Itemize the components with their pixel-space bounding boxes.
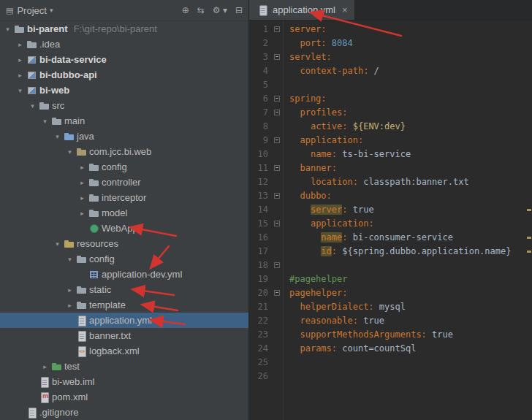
chevron-right-icon[interactable]: ▸ [77, 164, 87, 171]
fold-marker-icon[interactable] [271, 259, 283, 272]
tree-row-gitignore[interactable]: .gitignore [0, 405, 248, 420]
code-line-23[interactable]: 23 supportMethodsArguments: true [249, 328, 532, 342]
code-line-26[interactable]: 26 [249, 370, 532, 383]
chevron-down-icon[interactable]: ▾ [65, 256, 75, 263]
chevron-right-icon[interactable]: ▸ [77, 210, 87, 217]
tab-label: application.yml [273, 4, 335, 15]
code-line-4[interactable]: 4 context-path: / [249, 64, 532, 78]
tree-row-pom-xml[interactable]: pom.xml [0, 389, 248, 405]
tree-row-config[interactable]: ▾config [0, 251, 248, 267]
fold-marker-icon[interactable] [271, 134, 283, 148]
tree-label: src [52, 100, 64, 111]
code-lines: 1server:2 port: 80843servlet:4 context-p… [249, 20, 532, 420]
tab-application-yml[interactable]: application.yml × [249, 0, 355, 20]
code-line-6[interactable]: 6spring: [249, 92, 532, 106]
chevron-right-icon[interactable]: ▸ [77, 179, 87, 186]
code-line-24[interactable]: 24 params: count=countSql [249, 342, 532, 356]
tree-label: interceptor [102, 192, 146, 203]
tree-row-bi-data-service[interactable]: ▸bi-data-service [0, 52, 248, 67]
code-line-12[interactable]: 12 location: classpath:banner.txt [249, 175, 532, 189]
chevron-down-icon[interactable]: ▾ [53, 133, 62, 140]
resfolder-icon [64, 238, 75, 250]
chevron-right-icon[interactable]: ▸ [40, 363, 50, 370]
code-line-21[interactable]: 21 helperDialect: mysql [249, 300, 532, 314]
tree-row-controller[interactable]: ▸controller [0, 175, 248, 190]
chevron-right-icon[interactable]: ▸ [15, 72, 25, 79]
tree-row-java[interactable]: ▾java [0, 129, 248, 144]
locate-file-icon[interactable]: ⊕ [182, 5, 189, 15]
fold-marker-icon[interactable] [271, 189, 283, 203]
chevron-down-icon[interactable]: ▾ [50, 7, 53, 14]
line-number: 9 [249, 134, 271, 148]
tree-row-model[interactable]: ▸model [0, 205, 248, 221]
project-title[interactable]: Project [17, 5, 46, 16]
code-line-2[interactable]: 2 port: 8084 [249, 37, 532, 50]
txt-icon [76, 330, 88, 342]
code-line-13[interactable]: 13 dubbo: [249, 189, 532, 203]
tree-row-interceptor[interactable]: ▸interceptor [0, 190, 248, 205]
code-line-15[interactable]: 15 application: [249, 217, 532, 231]
collapse-panels-icon[interactable]: ⇆ [197, 5, 205, 15]
code-line-5[interactable]: 5 [249, 78, 532, 92]
chevron-right-icon[interactable]: ▸ [65, 302, 75, 309]
chevron-right-icon[interactable]: ▸ [15, 41, 25, 48]
tree-row-bi-dubbo-api[interactable]: ▸bi-dubbo-api [0, 67, 248, 83]
tree-row-webapp[interactable]: WebApp [0, 221, 248, 236]
chevron-down-icon[interactable]: ▾ [40, 118, 50, 125]
code-line-8[interactable]: 8 active: ${ENV:dev} [249, 120, 532, 134]
settings-gear-icon[interactable]: ⚙ ▾ [213, 5, 227, 15]
tree-row-banner-txt[interactable]: banner.txt [0, 328, 248, 343]
code-line-16[interactable]: 16 name: bi-consumer-service [249, 231, 532, 245]
code-line-9[interactable]: 9 application: [249, 134, 532, 148]
code-line-19[interactable]: 19#pagehelper [249, 272, 532, 286]
tree-row-bi-web-iml[interactable]: bi-web.iml [0, 374, 248, 389]
code-line-22[interactable]: 22 reasonable: true [249, 314, 532, 328]
chevron-down-icon[interactable]: ▾ [65, 148, 75, 156]
code-line-10[interactable]: 10 name: ts-bi-service [249, 148, 532, 161]
tree-label: test [64, 361, 80, 372]
tree-row-src[interactable]: ▾src [0, 98, 248, 113]
line-number: 14 [249, 203, 271, 217]
chevron-down-icon[interactable]: ▾ [53, 240, 62, 248]
code-text: #pagehelper [283, 272, 347, 286]
chevron-down-icon[interactable]: ▾ [3, 26, 12, 33]
fold-marker-icon[interactable] [271, 50, 283, 64]
code-line-18[interactable]: 18 [249, 259, 532, 272]
chevron-down-icon[interactable]: ▾ [15, 87, 25, 94]
code-line-3[interactable]: 3servlet: [249, 50, 532, 64]
tree-row-logback-xml[interactable]: logback.xml [0, 343, 248, 359]
tree-row-application-dev-yml[interactable]: application-dev.yml [0, 267, 248, 282]
tree-row-resources[interactable]: ▾resources [0, 236, 248, 251]
fold-marker-icon[interactable] [271, 161, 283, 175]
code-line-14[interactable]: 14 server: true [249, 203, 532, 217]
tree-row-bi-web[interactable]: ▾bi-web [0, 83, 248, 98]
code-line-11[interactable]: 11 banner: [249, 161, 532, 175]
tree-row-com-jcc-bi-web[interactable]: ▾com.jcc.bi.web [0, 144, 248, 159]
tree-row-application-yml[interactable]: application.yml [0, 313, 248, 328]
code-line-17[interactable]: 17 id: ${spring.dubbo.application.name} [249, 245, 532, 259]
fold-gutter [271, 78, 283, 92]
fold-marker-icon[interactable] [271, 23, 283, 37]
tree-row-template[interactable]: ▸template [0, 297, 248, 313]
code-line-20[interactable]: 20pagehelper: [249, 286, 532, 300]
code-line-1[interactable]: 1server: [249, 23, 532, 37]
fold-marker-icon[interactable] [271, 92, 283, 106]
fold-marker-icon[interactable] [271, 286, 283, 300]
tree-row-config[interactable]: ▸config [0, 159, 248, 175]
chevron-right-icon[interactable]: ▸ [15, 56, 25, 64]
tree-row-test[interactable]: ▸test [0, 359, 248, 374]
collapse-all-icon[interactable]: ⊟ [235, 5, 243, 15]
fold-marker-icon[interactable] [271, 106, 283, 120]
code-line-25[interactable]: 25 [249, 356, 532, 370]
chevron-right-icon[interactable]: ▸ [65, 286, 75, 294]
chevron-right-icon[interactable]: ▸ [77, 194, 87, 202]
tree-row-main[interactable]: ▾main [0, 113, 248, 129]
tree-row-idea[interactable]: ▸.idea [0, 37, 248, 52]
fold-marker-icon[interactable] [271, 217, 283, 231]
tree-row-bi-parent[interactable]: ▾bi-parentF:\git-repo\bi-parent [0, 21, 248, 37]
fold-gutter [271, 245, 283, 259]
close-icon[interactable]: × [342, 4, 348, 15]
code-line-7[interactable]: 7 profiles: [249, 106, 532, 120]
tree-row-static[interactable]: ▸static [0, 282, 248, 297]
chevron-down-icon[interactable]: ▾ [28, 102, 37, 110]
